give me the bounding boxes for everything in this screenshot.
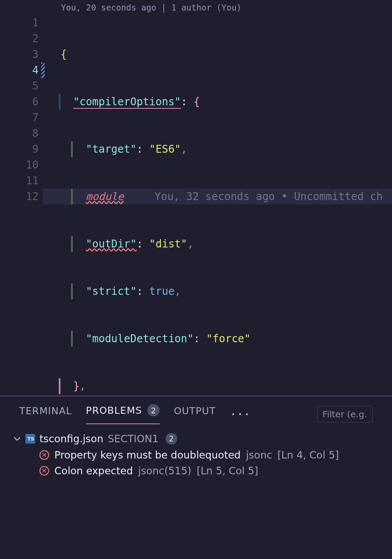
tabs-overflow-icon[interactable]: ··· xyxy=(230,408,250,421)
line-number: 12 xyxy=(0,189,39,204)
error-icon: ✕ xyxy=(39,450,49,460)
problems-count-badge: 2 xyxy=(147,404,160,416)
tab-terminal[interactable]: TERMINAL xyxy=(19,405,72,423)
line-gutter: 1 2 3 4 5 6 7 8 9 10 11 12 xyxy=(0,15,43,396)
code-body[interactable]: { "compilerOptions": { "target": "ES6", … xyxy=(43,15,392,396)
problems-file-count: 2 xyxy=(166,433,177,444)
line-number: 3 xyxy=(0,47,39,62)
line-number: 10 xyxy=(0,157,39,173)
ts-file-icon: TS xyxy=(25,434,35,444)
code-line: "compilerOptions": { xyxy=(43,94,392,110)
panel-tabs: TERMINAL PROBLEMS 2 OUTPUT ··· Filter (e… xyxy=(0,396,392,424)
problem-source: jsonc(515) xyxy=(138,465,192,477)
line-number: 9 xyxy=(0,141,39,157)
line-number: 7 xyxy=(0,110,39,125)
error-icon: ✕ xyxy=(39,466,49,476)
tab-problems[interactable]: PROBLEMS 2 xyxy=(86,404,160,424)
code-line: "outDir": "dist", xyxy=(43,236,392,252)
problems-file-path: SECTION1 xyxy=(108,433,159,444)
code-line: "target": "ES6", xyxy=(43,141,392,157)
problems-file-row[interactable]: TS tsconfig.json SECTION1 2 xyxy=(13,430,379,447)
problems-filter-input[interactable]: Filter (e.g. xyxy=(317,406,373,423)
problem-row[interactable]: ✕ Colon expected jsonc(515) [Ln 5, Col 5… xyxy=(13,463,379,479)
line-number: 1 xyxy=(0,15,39,31)
line-number: 2 xyxy=(0,31,39,47)
problem-location: [Ln 5, Col 5] xyxy=(197,465,258,477)
problem-source: jsonc xyxy=(246,449,272,461)
line-number: 6 xyxy=(0,94,39,110)
bottom-panel: TERMINAL PROBLEMS 2 OUTPUT ··· Filter (e… xyxy=(0,396,392,559)
code-line: { xyxy=(43,47,392,62)
line-number: 5 xyxy=(0,78,39,94)
problem-row[interactable]: ✕ Property keys must be doublequoted jso… xyxy=(13,447,379,463)
problems-file-name: tsconfig.json xyxy=(39,433,103,444)
tab-output[interactable]: OUTPUT xyxy=(174,405,216,423)
line-number: 8 xyxy=(0,125,39,141)
editor-area: You, 20 seconds ago | 1 author (You) 1 2… xyxy=(0,0,392,396)
code-container: 1 2 3 4 5 6 7 8 9 10 11 12 { "compilerOp… xyxy=(0,15,392,396)
problem-message: Colon expected xyxy=(54,465,133,477)
code-line-active: moduleYou, 32 seconds ago • Uncommitted … xyxy=(43,189,392,204)
code-line: }, xyxy=(43,378,392,394)
codelens-blame[interactable]: You, 20 seconds ago | 1 author (You) xyxy=(0,0,392,15)
line-number: 11 xyxy=(0,173,39,189)
problem-message: Property keys must be doublequoted xyxy=(54,449,241,461)
inline-blame: You, 32 seconds ago • Uncommitted ch xyxy=(124,190,383,203)
problems-list: TS tsconfig.json SECTION1 2 ✕ Property k… xyxy=(0,424,392,485)
problem-location: [Ln 4, Col 5] xyxy=(278,449,339,461)
code-line: "moduleDetection": "force" xyxy=(43,331,392,347)
code-line: "strict": true, xyxy=(43,283,392,299)
chevron-down-icon xyxy=(13,435,21,443)
line-number: 4 xyxy=(0,62,39,78)
